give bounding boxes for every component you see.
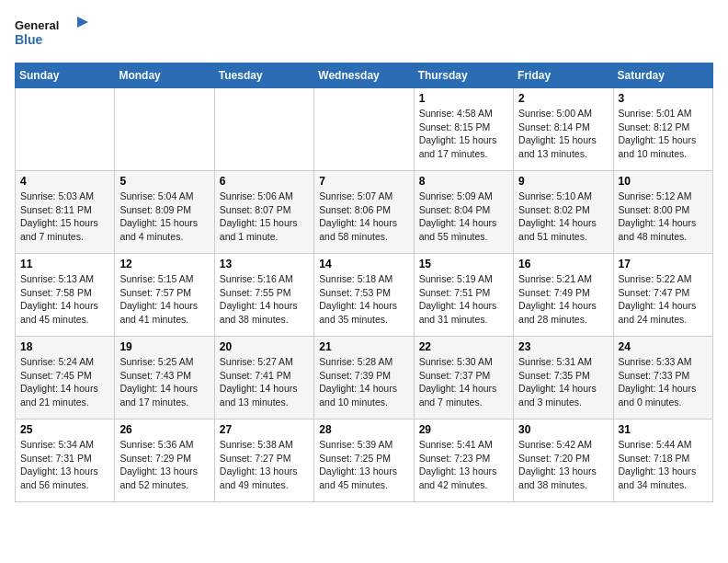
- calendar-cell: [16, 88, 115, 171]
- day-info: Sunrise: 5:39 AM Sunset: 7:25 PM Dayligh…: [319, 438, 408, 492]
- calendar-cell: 5Sunrise: 5:04 AM Sunset: 8:09 PM Daylig…: [115, 171, 214, 254]
- day-info: Sunrise: 5:24 AM Sunset: 7:45 PM Dayligh…: [20, 355, 109, 409]
- calendar-body: 1Sunrise: 4:58 AM Sunset: 8:15 PM Daylig…: [16, 88, 713, 502]
- day-info: Sunrise: 5:15 AM Sunset: 7:57 PM Dayligh…: [119, 272, 209, 327]
- day-number: 24: [619, 340, 708, 353]
- day-info: Sunrise: 5:21 AM Sunset: 7:49 PM Dayligh…: [518, 272, 608, 327]
- day-info: Sunrise: 5:42 AM Sunset: 7:20 PM Dayligh…: [518, 438, 608, 492]
- day-number: 5: [119, 175, 209, 188]
- calendar-cell: 6Sunrise: 5:06 AM Sunset: 8:07 PM Daylig…: [214, 171, 313, 254]
- day-number: 17: [619, 258, 708, 270]
- calendar-header: SundayMondayTuesdayWednesdayThursdayFrid…: [16, 63, 713, 88]
- calendar-week-row: 11Sunrise: 5:13 AM Sunset: 7:58 PM Dayli…: [16, 254, 713, 337]
- day-info: Sunrise: 5:13 AM Sunset: 7:58 PM Dayligh…: [20, 272, 109, 327]
- calendar-cell: 30Sunrise: 5:42 AM Sunset: 7:20 PM Dayli…: [514, 419, 613, 502]
- day-number: 27: [220, 423, 309, 436]
- calendar-cell: 2Sunrise: 5:00 AM Sunset: 8:14 PM Daylig…: [514, 88, 613, 171]
- day-number: 20: [220, 340, 309, 353]
- day-info: Sunrise: 5:27 AM Sunset: 7:41 PM Dayligh…: [220, 355, 309, 409]
- day-info: Sunrise: 5:36 AM Sunset: 7:29 PM Dayligh…: [119, 438, 209, 492]
- day-number: 29: [419, 423, 508, 436]
- calendar-cell: [314, 88, 414, 171]
- day-info: Sunrise: 5:31 AM Sunset: 7:35 PM Dayligh…: [518, 355, 608, 409]
- calendar-cell: 19Sunrise: 5:25 AM Sunset: 7:43 PM Dayli…: [115, 337, 214, 419]
- day-info: Sunrise: 5:25 AM Sunset: 7:43 PM Dayligh…: [119, 355, 209, 409]
- logo: General Blue: [15, 15, 88, 52]
- day-info: Sunrise: 5:34 AM Sunset: 7:31 PM Dayligh…: [20, 438, 109, 492]
- day-number: 8: [419, 175, 508, 188]
- calendar-cell: 26Sunrise: 5:36 AM Sunset: 7:29 PM Dayli…: [115, 419, 214, 502]
- day-info: Sunrise: 5:00 AM Sunset: 8:14 PM Dayligh…: [518, 107, 608, 161]
- day-info: Sunrise: 5:12 AM Sunset: 8:00 PM Dayligh…: [619, 190, 708, 244]
- calendar-cell: 7Sunrise: 5:07 AM Sunset: 8:06 PM Daylig…: [314, 171, 414, 254]
- day-number: 7: [319, 175, 408, 188]
- calendar-cell: 21Sunrise: 5:28 AM Sunset: 7:39 PM Dayli…: [314, 337, 414, 419]
- day-info: Sunrise: 5:30 AM Sunset: 7:37 PM Dayligh…: [419, 355, 508, 409]
- day-info: Sunrise: 5:44 AM Sunset: 7:18 PM Dayligh…: [619, 438, 708, 492]
- calendar-cell: 15Sunrise: 5:19 AM Sunset: 7:51 PM Dayli…: [414, 254, 513, 337]
- calendar-cell: 20Sunrise: 5:27 AM Sunset: 7:41 PM Dayli…: [214, 337, 313, 419]
- day-number: 1: [419, 92, 508, 105]
- day-info: Sunrise: 5:07 AM Sunset: 8:06 PM Dayligh…: [319, 190, 408, 244]
- calendar-cell: 10Sunrise: 5:12 AM Sunset: 8:00 PM Dayli…: [613, 171, 712, 254]
- calendar-table: SundayMondayTuesdayWednesdayThursdayFrid…: [15, 63, 713, 502]
- day-info: Sunrise: 5:06 AM Sunset: 8:07 PM Dayligh…: [220, 190, 309, 244]
- day-info: Sunrise: 5:10 AM Sunset: 8:02 PM Dayligh…: [518, 190, 608, 244]
- calendar-cell: 12Sunrise: 5:15 AM Sunset: 7:57 PM Dayli…: [115, 254, 214, 337]
- day-number: 11: [20, 258, 109, 270]
- calendar-cell: [214, 88, 313, 171]
- header-row: SundayMondayTuesdayWednesdayThursdayFrid…: [16, 63, 713, 88]
- day-number: 31: [619, 423, 708, 436]
- day-number: 19: [119, 340, 209, 353]
- calendar-cell: 14Sunrise: 5:18 AM Sunset: 7:53 PM Dayli…: [314, 254, 414, 337]
- calendar-cell: 28Sunrise: 5:39 AM Sunset: 7:25 PM Dayli…: [314, 419, 414, 502]
- day-info: Sunrise: 5:04 AM Sunset: 8:09 PM Dayligh…: [119, 190, 209, 244]
- calendar-cell: 23Sunrise: 5:31 AM Sunset: 7:35 PM Dayli…: [514, 337, 613, 419]
- calendar-cell: 9Sunrise: 5:10 AM Sunset: 8:02 PM Daylig…: [514, 171, 613, 254]
- day-number: 23: [518, 340, 608, 353]
- day-info: Sunrise: 5:19 AM Sunset: 7:51 PM Dayligh…: [419, 272, 508, 327]
- day-info: Sunrise: 5:18 AM Sunset: 7:53 PM Dayligh…: [319, 272, 408, 327]
- calendar-cell: 11Sunrise: 5:13 AM Sunset: 7:58 PM Dayli…: [16, 254, 115, 337]
- calendar-cell: 13Sunrise: 5:16 AM Sunset: 7:55 PM Dayli…: [214, 254, 313, 337]
- day-number: 3: [619, 92, 708, 105]
- calendar-cell: 22Sunrise: 5:30 AM Sunset: 7:37 PM Dayli…: [414, 337, 513, 419]
- weekday-header: Tuesday: [214, 63, 313, 88]
- day-number: 22: [419, 340, 508, 353]
- weekday-header: Monday: [115, 63, 214, 88]
- weekday-header: Thursday: [414, 63, 513, 88]
- calendar-week-row: 4Sunrise: 5:03 AM Sunset: 8:11 PM Daylig…: [16, 171, 713, 254]
- weekday-header: Saturday: [613, 63, 712, 88]
- day-info: Sunrise: 5:41 AM Sunset: 7:23 PM Dayligh…: [419, 438, 508, 492]
- svg-marker-2: [77, 17, 88, 28]
- weekday-header: Friday: [514, 63, 613, 88]
- day-info: Sunrise: 5:38 AM Sunset: 7:27 PM Dayligh…: [220, 438, 309, 492]
- calendar-cell: 4Sunrise: 5:03 AM Sunset: 8:11 PM Daylig…: [16, 171, 115, 254]
- calendar-cell: 1Sunrise: 4:58 AM Sunset: 8:15 PM Daylig…: [414, 88, 513, 171]
- day-number: 10: [619, 175, 708, 188]
- calendar-week-row: 18Sunrise: 5:24 AM Sunset: 7:45 PM Dayli…: [16, 337, 713, 419]
- day-number: 13: [220, 258, 309, 270]
- calendar-cell: 29Sunrise: 5:41 AM Sunset: 7:23 PM Dayli…: [414, 419, 513, 502]
- day-number: 9: [518, 175, 608, 188]
- day-number: 26: [119, 423, 209, 436]
- calendar-cell: 16Sunrise: 5:21 AM Sunset: 7:49 PM Dayli…: [514, 254, 613, 337]
- weekday-header: Sunday: [16, 63, 115, 88]
- day-number: 14: [319, 258, 408, 270]
- calendar-cell: 24Sunrise: 5:33 AM Sunset: 7:33 PM Dayli…: [613, 337, 712, 419]
- day-number: 6: [220, 175, 309, 188]
- day-info: Sunrise: 5:03 AM Sunset: 8:11 PM Dayligh…: [20, 190, 109, 244]
- day-info: Sunrise: 5:28 AM Sunset: 7:39 PM Dayligh…: [319, 355, 408, 409]
- day-number: 16: [518, 258, 608, 270]
- day-info: Sunrise: 5:22 AM Sunset: 7:47 PM Dayligh…: [619, 272, 708, 327]
- day-info: Sunrise: 5:33 AM Sunset: 7:33 PM Dayligh…: [619, 355, 708, 409]
- calendar-cell: 18Sunrise: 5:24 AM Sunset: 7:45 PM Dayli…: [16, 337, 115, 419]
- day-info: Sunrise: 5:01 AM Sunset: 8:12 PM Dayligh…: [619, 107, 708, 161]
- day-number: 2: [518, 92, 608, 105]
- page-header: General Blue: [15, 15, 713, 52]
- logo-svg: General Blue: [15, 15, 88, 52]
- calendar-week-row: 25Sunrise: 5:34 AM Sunset: 7:31 PM Dayli…: [16, 419, 713, 502]
- calendar-week-row: 1Sunrise: 4:58 AM Sunset: 8:15 PM Daylig…: [16, 88, 713, 171]
- day-number: 18: [20, 340, 109, 353]
- day-number: 30: [518, 423, 608, 436]
